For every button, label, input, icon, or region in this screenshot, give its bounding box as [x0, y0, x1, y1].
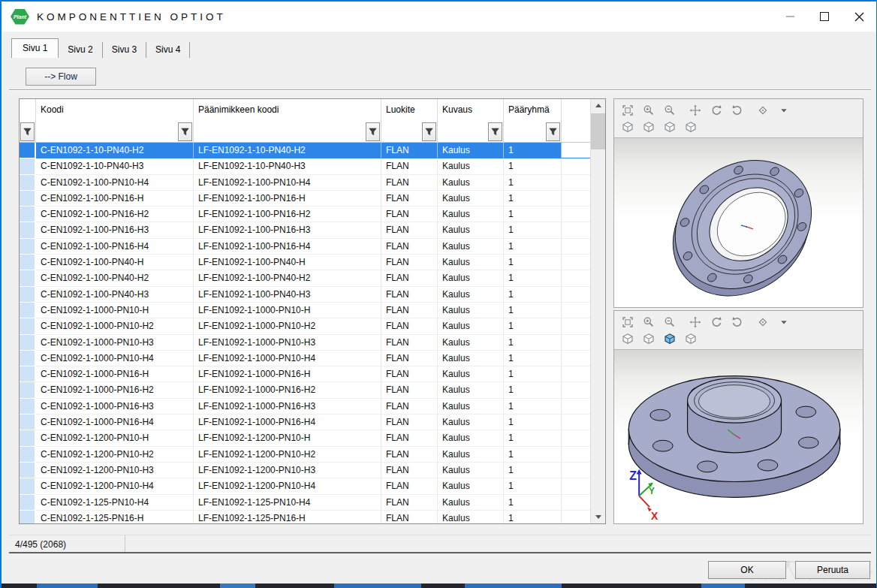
table-row[interactable]: C-EN1092-1-100-PN40-HLF-EN1092-1-100-PN4… — [20, 255, 590, 270]
preview-panel-bottom: ZYX — [613, 310, 863, 524]
column-header-1[interactable]: Koodi — [36, 99, 194, 121]
table-row[interactable]: C-EN1092-1-1000-PN16-H3LF-EN1092-1-1000-… — [20, 399, 590, 415]
cancel-button[interactable]: Peruuta — [795, 561, 870, 579]
fit-view-icon[interactable] — [620, 104, 635, 117]
zoom-out-icon[interactable] — [662, 315, 677, 329]
table-row[interactable]: C-EN1092-1-100-PN40-H2LF-EN1092-1-100-PN… — [20, 270, 590, 286]
cell: Kaulus — [438, 158, 504, 174]
filter-cell-4[interactable] — [438, 121, 504, 142]
filter-button[interactable] — [366, 122, 380, 141]
column-header-4[interactable]: Kuvaus — [438, 99, 504, 121]
tab-sivu-2[interactable]: Sivu 2 — [59, 42, 102, 58]
cell: Kaulus — [438, 270, 504, 286]
filter-cell-5[interactable] — [504, 121, 562, 142]
viewport-3d-top[interactable] — [614, 137, 863, 307]
cell: LF-EN1092-1-100-PN40-H2 — [194, 270, 381, 286]
filter-button[interactable] — [546, 122, 560, 141]
minimize-button[interactable] — [773, 2, 807, 32]
tab-sivu-1[interactable]: Sivu 1 — [11, 38, 59, 58]
iso-view-3-icon[interactable] — [662, 332, 677, 345]
cell: 1 — [504, 399, 562, 415]
table-row[interactable]: C-EN1092-1-125-PN10-H4LF-EN1092-1-125-PN… — [20, 495, 590, 511]
cell: FLAN — [381, 222, 438, 238]
filter-cell-1[interactable] — [36, 121, 194, 142]
column-header-5[interactable]: Pääryhmä — [504, 99, 562, 121]
table-row[interactable]: C-EN1092-1-1000-PN10-H4LF-EN1092-1-1000-… — [20, 351, 590, 366]
table-row[interactable]: C-EN1092-1-1200-PN10-H4LF-EN1092-1-1200-… — [20, 478, 590, 494]
set-origin-icon[interactable] — [755, 315, 770, 329]
zoom-out-icon[interactable] — [662, 104, 677, 117]
flow-button[interactable]: --> Flow — [26, 68, 96, 86]
zoom-in-icon[interactable] — [641, 104, 656, 117]
row-indicator — [20, 303, 36, 318]
iso-view-3-icon[interactable] — [662, 120, 677, 134]
tab-sivu-3[interactable]: Sivu 3 — [103, 42, 146, 58]
table-row[interactable]: C-EN1092-1-100-PN16-HLF-EN1092-1-100-PN1… — [20, 191, 590, 207]
cell: LF-EN1092-1-1200-PN10-H2 — [194, 447, 381, 463]
filter-cell-3[interactable] — [381, 121, 438, 142]
pan-icon[interactable] — [688, 104, 703, 117]
cell-filler — [562, 143, 590, 158]
filter-button[interactable] — [488, 122, 502, 141]
zoom-in-icon[interactable] — [641, 315, 656, 329]
viewport-3d-bottom[interactable]: ZYX — [614, 349, 863, 523]
cell: Kaulus — [438, 511, 504, 523]
table-row[interactable]: C-EN1092-1-1000-PN10-HLF-EN1092-1-1000-P… — [20, 303, 590, 318]
scroll-up-button[interactable] — [591, 99, 605, 112]
iso-view-1-icon[interactable] — [620, 332, 635, 345]
column-header-3[interactable]: Luokite — [381, 99, 438, 121]
filter-button[interactable] — [20, 122, 35, 141]
cell: Kaulus — [438, 335, 504, 351]
iso-view-4-icon[interactable] — [683, 120, 698, 134]
scrollbar-thumb[interactable] — [591, 113, 605, 149]
cell: LF-EN1092-1-1000-PN16-H4 — [194, 415, 381, 430]
rotate-cw-icon[interactable] — [730, 104, 745, 117]
cell: 1 — [504, 207, 562, 222]
cell: 1 — [504, 158, 562, 174]
cell: Kaulus — [438, 430, 504, 446]
table-row[interactable]: C-EN1092-1-1000-PN16-H2LF-EN1092-1-1000-… — [20, 382, 590, 398]
cell-filler — [562, 255, 590, 270]
ok-button[interactable]: OK — [708, 561, 786, 579]
iso-view-2-icon[interactable] — [641, 120, 656, 134]
table-row[interactable]: C-EN1092-1-10-PN40-H3LF-EN1092-1-10-PN40… — [20, 158, 590, 174]
iso-view-1-icon[interactable] — [620, 120, 635, 134]
view-menu-icon[interactable] — [776, 104, 791, 117]
filter-funnel-icon — [368, 127, 378, 137]
table-row[interactable]: C-EN1092-1-1200-PN10-H2LF-EN1092-1-1200-… — [20, 447, 590, 463]
scroll-down-button[interactable] — [591, 511, 605, 523]
rotate-ccw-icon[interactable] — [709, 315, 724, 329]
table-row[interactable]: C-EN1092-1-100-PN40-H3LF-EN1092-1-100-PN… — [20, 287, 590, 303]
maximize-button[interactable] — [807, 2, 842, 32]
table-row[interactable]: C-EN1092-1-100-PN16-H2LF-EN1092-1-100-PN… — [20, 207, 590, 222]
filter-funnel-icon — [548, 127, 558, 137]
filter-button[interactable] — [422, 122, 436, 141]
table-row[interactable]: C-EN1092-1-100-PN16-H3LF-EN1092-1-100-PN… — [20, 222, 590, 238]
close-button[interactable] — [842, 2, 876, 32]
column-header-2[interactable]: Päänimikkeen koodi — [194, 99, 381, 121]
tab-sivu-4[interactable]: Sivu 4 — [146, 42, 190, 58]
table-row[interactable]: C-EN1092-1-1200-PN10-H3LF-EN1092-1-1200-… — [20, 463, 590, 478]
iso-view-2-icon[interactable] — [641, 332, 656, 345]
cell: LF-EN1092-1-1000-PN16-H — [194, 366, 381, 382]
set-origin-icon[interactable] — [755, 104, 770, 117]
rotate-ccw-icon[interactable] — [709, 104, 724, 117]
rotate-cw-icon[interactable] — [730, 315, 745, 329]
table-row[interactable]: C-EN1092-1-1000-PN10-H3LF-EN1092-1-1000-… — [20, 335, 590, 351]
table-row[interactable]: C-EN1092-1-10-PN40-H2LF-EN1092-1-10-PN40… — [20, 143, 590, 158]
table-row[interactable]: C-EN1092-1-1000-PN16-HLF-EN1092-1-1000-P… — [20, 366, 590, 382]
pan-icon[interactable] — [688, 315, 703, 329]
table-row[interactable]: C-EN1092-1-125-PN16-HLF-EN1092-1-125-PN1… — [20, 511, 590, 523]
table-row[interactable]: C-EN1092-1-100-PN10-H4LF-EN1092-1-100-PN… — [20, 175, 590, 191]
view-menu-icon[interactable] — [776, 315, 791, 329]
filter-cell-2[interactable] — [194, 121, 381, 142]
table-row[interactable]: C-EN1092-1-1200-PN10-HLF-EN1092-1-1200-P… — [20, 430, 590, 446]
filter-button[interactable] — [178, 122, 192, 141]
vertical-scrollbar[interactable] — [590, 99, 605, 523]
fit-view-icon[interactable] — [620, 315, 635, 329]
table-row[interactable]: C-EN1092-1-1000-PN10-H2LF-EN1092-1-1000-… — [20, 318, 590, 334]
table-row[interactable]: C-EN1092-1-1000-PN16-H4LF-EN1092-1-1000-… — [20, 415, 590, 430]
cell: 1 — [504, 222, 562, 238]
iso-view-4-icon[interactable] — [683, 332, 698, 345]
table-row[interactable]: C-EN1092-1-100-PN16-H4LF-EN1092-1-100-PN… — [20, 239, 590, 255]
